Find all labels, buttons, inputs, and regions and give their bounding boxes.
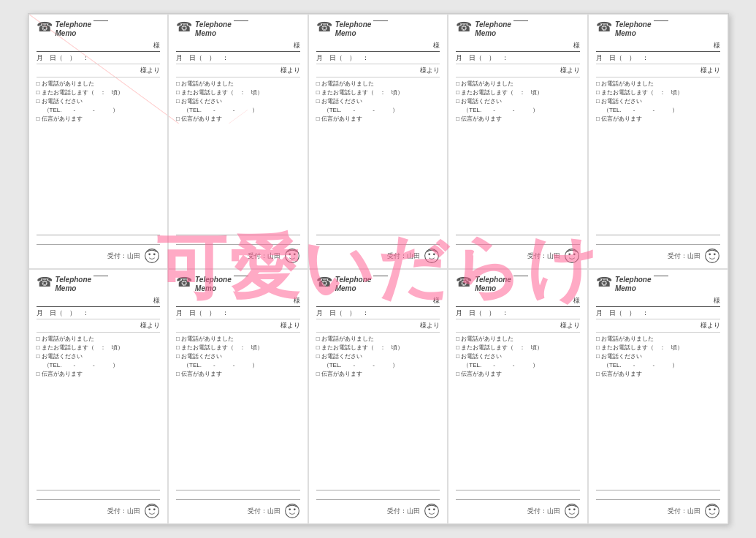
memo-card: ☎ Telephone Memo 月 日（ ） ： 様より □ お電話がありまし… xyxy=(28,269,169,524)
checkbox-section: □ お電話がありました □ またお電話します（ ： 頃） □ お電話ください （… xyxy=(596,80,720,226)
title-line1: Telephone xyxy=(56,20,92,29)
name-line xyxy=(316,296,440,307)
tel-item: （TEL. - - ） xyxy=(37,107,161,114)
check-item-2: □ またお電話します（ ： 頃） xyxy=(456,344,580,352)
memo-line-2 xyxy=(316,493,440,500)
date-line: 月 日（ ） ： xyxy=(37,53,161,64)
check-item-1: □ お電話がありました xyxy=(316,335,440,343)
dash-decoration xyxy=(654,20,668,21)
footer-text: 受付：山田 xyxy=(387,507,420,516)
card-title: Telephone Memo xyxy=(335,20,372,38)
card-header: ☎ Telephone Memo xyxy=(316,20,440,38)
tel-item: （TEL. - - ） xyxy=(316,107,440,114)
footer-text: 受付：山田 xyxy=(248,251,280,261)
svg-point-41 xyxy=(433,508,435,510)
memo-lines xyxy=(456,483,580,500)
svg-point-25 xyxy=(573,253,576,255)
name-line xyxy=(456,296,580,307)
memo-line-2 xyxy=(596,238,720,245)
check-item-4: □ 伝言があります xyxy=(316,370,440,378)
tel-item: （TEL. - - ） xyxy=(596,362,720,369)
card-header: ☎ Telephone Memo xyxy=(596,276,720,293)
date-line: 月 日（ ） ： xyxy=(176,53,300,64)
name-line xyxy=(176,296,300,307)
card-header: ☎ Telephone Memo xyxy=(37,276,161,293)
dash-decoration xyxy=(373,20,388,21)
svg-point-17 xyxy=(294,253,296,255)
svg-point-13 xyxy=(153,253,156,255)
memo-line-1 xyxy=(596,228,720,235)
face-icon xyxy=(424,503,440,519)
phone-icon: ☎ xyxy=(176,276,192,289)
memo-line-1 xyxy=(596,483,720,490)
memo-lines xyxy=(37,483,161,500)
date-line: 月 日（ ） ： xyxy=(316,308,440,319)
svg-point-36 xyxy=(289,508,291,510)
check-item-3: □ お電話ください xyxy=(176,352,300,360)
from-line: 様より xyxy=(596,66,720,77)
card-title: Telephone Memo xyxy=(56,20,92,38)
memo-line-2 xyxy=(456,493,580,500)
tel-item: （TEL. - - ） xyxy=(37,362,161,369)
memo-line-1 xyxy=(456,228,580,235)
check-item-2: □ またお電話します（ ： 頃） xyxy=(596,344,720,352)
check-item-2: □ またお電話します（ ： 頃） xyxy=(316,88,440,96)
phone-icon: ☎ xyxy=(37,276,53,289)
memo-card: ☎ Telephone Memo 月 日（ ） ： 様より □ お電話がありまし… xyxy=(448,269,588,524)
check-item-1: □ お電話がありました xyxy=(596,335,720,343)
svg-point-29 xyxy=(713,253,715,255)
memo-lines xyxy=(176,483,300,500)
card-header: ☎ Telephone Memo xyxy=(176,20,300,38)
memo-line-1 xyxy=(316,228,440,235)
card-title: Telephone Memo xyxy=(335,276,372,293)
check-item-4: □ 伝言があります xyxy=(37,370,161,378)
memo-card: ☎ Telephone Memo 月 日（ ） ： 様より □ お電話がありまし… xyxy=(588,269,728,524)
date-line: 月 日（ ） ： xyxy=(596,53,720,64)
svg-point-16 xyxy=(289,253,291,255)
face-icon xyxy=(424,248,440,264)
memo-card: ☎ Telephone Memo 月 日（ ） ： 様より □ お電話がありまし… xyxy=(308,14,448,269)
phone-icon: ☎ xyxy=(37,20,53,34)
memo-line-1 xyxy=(456,483,580,490)
from-line: 様より xyxy=(456,66,580,77)
page-container: 可愛いだらけ ☎ Telephone Memo 月 日（ ） ： 様より □ お… xyxy=(28,13,729,525)
memo-line-1 xyxy=(176,483,300,490)
name-line xyxy=(316,41,440,52)
memo-lines xyxy=(37,228,161,245)
card-footer: 受付：山田 xyxy=(596,248,720,264)
face-icon xyxy=(284,248,300,264)
card-footer: 受付：山田 xyxy=(176,248,300,264)
dash-decoration xyxy=(654,276,668,276)
from-line: 様より xyxy=(596,321,720,333)
svg-point-20 xyxy=(429,253,431,255)
card-footer: 受付：山田 xyxy=(176,503,300,519)
memo-card: ☎ Telephone Memo 月 日（ ） ： 様より □ お電話がありまし… xyxy=(448,14,588,269)
tel-item: （TEL. - - ） xyxy=(316,362,440,369)
check-item-3: □ お電話ください xyxy=(456,97,580,105)
check-item-1: □ お電話がありました xyxy=(596,80,720,88)
memo-lines xyxy=(316,228,440,245)
date-line: 月 日（ ） ： xyxy=(37,308,161,319)
footer-text: 受付：山田 xyxy=(107,507,140,516)
from-line: 様より xyxy=(316,66,440,77)
check-item-3: □ お電話ください xyxy=(37,352,161,360)
checkbox-section: □ お電話がありました □ またお電話します（ ： 頃） □ お電話ください （… xyxy=(596,335,720,481)
memo-card: ☎ Telephone Memo 月 日（ ） ： 様より □ お電話がありまし… xyxy=(28,14,169,269)
check-item-3: □ お電話ください xyxy=(596,352,720,360)
memo-grid: ☎ Telephone Memo 月 日（ ） ： 様より □ お電話がありまし… xyxy=(28,14,728,524)
face-icon xyxy=(144,248,160,264)
memo-line-2 xyxy=(316,238,440,245)
check-item-1: □ お電話がありました xyxy=(316,80,440,88)
memo-line-2 xyxy=(176,238,300,245)
phone-icon: ☎ xyxy=(456,276,472,289)
from-line: 様より xyxy=(456,321,580,333)
checkbox-section: □ お電話がありました □ またお電話します（ ： 頃） □ お電話ください （… xyxy=(456,80,580,226)
check-item-3: □ お電話ください xyxy=(316,352,440,360)
date-line: 月 日（ ） ： xyxy=(316,53,440,64)
checkbox-section: □ お電話がありました □ またお電話します（ ： 頃） □ お電話ください （… xyxy=(176,80,300,226)
phone-icon: ☎ xyxy=(176,20,192,34)
card-footer: 受付：山田 xyxy=(316,248,440,264)
svg-point-49 xyxy=(713,508,715,510)
dash-decoration xyxy=(93,20,108,21)
card-footer: 受付：山田 xyxy=(456,503,580,519)
